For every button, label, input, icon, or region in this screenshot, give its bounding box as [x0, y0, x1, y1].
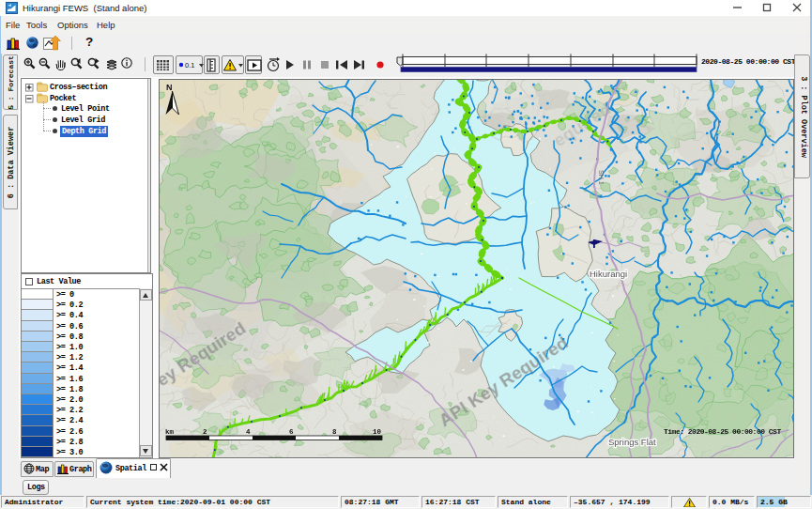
svg-text:0.1: 0.1: [185, 61, 194, 69]
svg-text:10: 10: [373, 428, 382, 436]
svg-text:4: 4: [246, 428, 251, 436]
svg-text:N: N: [166, 83, 173, 92]
svg-text:Hikurangi: Hikurangi: [590, 269, 627, 279]
svg-text:km: km: [165, 428, 175, 436]
svg-text:SH 1: SH 1: [598, 170, 605, 185]
svg-text:6: 6: [289, 428, 294, 436]
svg-text:Time: 2020-08-25 00:00:00 CST: Time: 2020-08-25 00:00:00 CST: [664, 427, 781, 436]
svg-text:8: 8: [332, 428, 337, 436]
svg-text:2: 2: [203, 428, 207, 436]
svg-text:Springs Flat: Springs Flat: [608, 437, 656, 447]
